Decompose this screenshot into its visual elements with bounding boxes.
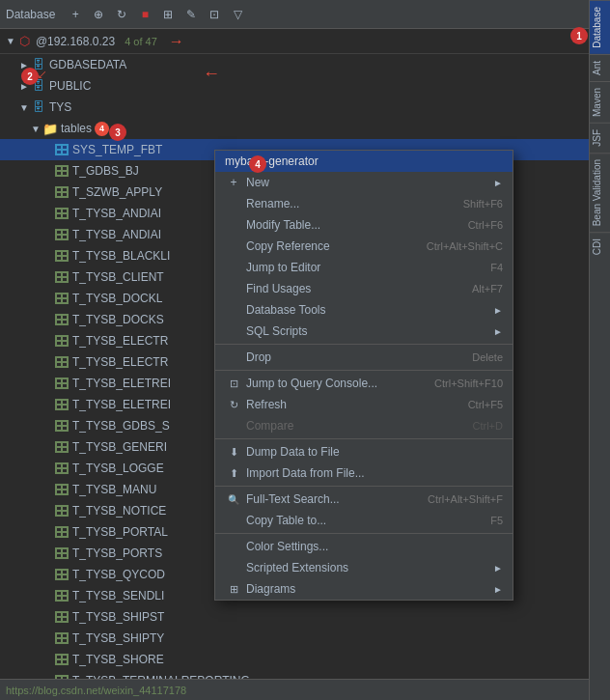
annotation-badge-1: 1	[570, 27, 588, 44]
tree-label: T_TYSB_QYCOD	[72, 568, 165, 581]
menu-item-copy-reference[interactable]: Copy Reference Ctrl+Alt+Shift+C	[215, 236, 513, 257]
tree-label: T_TYSB_SENDLI	[72, 589, 164, 602]
grid-button[interactable]: ⊞	[157, 4, 179, 25]
menu-item-new[interactable]: + New ►	[215, 172, 513, 193]
filter-button[interactable]: ▽	[227, 4, 248, 25]
tree-label: T_TYSB_ELETREI	[72, 377, 171, 390]
sidebar-tab-jsf[interactable]: JSF	[590, 123, 610, 153]
sidebar-tab-cdi[interactable]: CDI	[590, 232, 610, 261]
menu-shortcut-copy-reference: Ctrl+Alt+Shift+C	[427, 240, 503, 252]
tree-item-gdbasedata[interactable]: ► 🗄 GDBASEDATA	[0, 54, 589, 75]
tree-label-tables: tables	[61, 122, 92, 135]
new-icon: +	[225, 176, 242, 189]
menu-item-refresh[interactable]: ↻ Refresh Ctrl+F5	[215, 394, 513, 415]
menu-label-modify-table: Modify Table...	[246, 218, 449, 232]
menu-shortcut-modify-table: Ctrl+F6	[468, 219, 503, 231]
sidebar-tab-ant[interactable]: Ant	[590, 54, 610, 81]
menu-label-rename: Rename...	[246, 197, 444, 210]
menu-shortcut-compare: Ctrl+D	[473, 420, 503, 432]
right-sidebar: Database Ant Maven JSF Bean Validation C…	[589, 0, 610, 700]
menu-item-full-text-search[interactable]: 🔍 Full-Text Search... Ctrl+Alt+Shift+F	[215, 489, 513, 510]
table-icon	[54, 546, 69, 561]
tree-label: T_TYSB_DOCKL	[72, 292, 162, 305]
tree-label: T_GDBS_BJ	[72, 164, 139, 178]
menu-item-copy-table[interactable]: Copy Table to... F5	[215, 510, 513, 531]
tree-label: T_TYSB_GENERI	[72, 440, 167, 454]
menu-label-jump-query-console: Jump to Query Console...	[246, 377, 415, 390]
tree-label: T_TYSB_ANDIAI	[72, 228, 161, 241]
add-button[interactable]: +	[65, 4, 86, 25]
menu-label-color-settings: Color Settings...	[246, 540, 503, 553]
table-icon	[54, 503, 69, 518]
tree-item-tys[interactable]: ▼ 🗄 TYS	[0, 97, 589, 118]
menu-item-diagrams[interactable]: ⊞ Diagrams ►	[215, 578, 513, 600]
submenu-arrow: ►	[493, 178, 503, 188]
menu-item-jump-query-console[interactable]: ⊡ Jump to Query Console... Ctrl+Shift+F1…	[215, 373, 513, 394]
connection-status-icon: ⬡	[19, 34, 30, 48]
menu-shortcut-rename: Shift+F6	[463, 198, 503, 210]
menu-label-refresh: Refresh	[246, 398, 449, 411]
table-icon	[54, 354, 69, 370]
table-icon	[54, 142, 69, 157]
view-button[interactable]: ⊡	[204, 4, 225, 25]
refresh-button[interactable]: ↻	[111, 4, 132, 25]
tree-label: T_TYSB_ANDIAI	[72, 207, 161, 220]
annotation-arrow-right: →	[169, 33, 184, 50]
table-icon	[54, 397, 69, 412]
menu-label-sql-scripts: SQL Scripts	[246, 324, 488, 338]
sidebar-tab-bean-validation[interactable]: Bean Validation	[590, 153, 610, 232]
expand-arrow[interactable]: ▼	[6, 36, 15, 46]
table-icon	[54, 291, 69, 306]
menu-item-scripted-extensions[interactable]: Scripted Extensions ►	[215, 557, 513, 578]
menu-item-rename[interactable]: Rename... Shift+F6	[215, 193, 513, 214]
menu-label-copy-table: Copy Table to...	[246, 514, 471, 527]
tree-label-public: PUBLIC	[49, 79, 91, 93]
menu-item-database-tools[interactable]: Database Tools ►	[215, 299, 513, 321]
edit-button[interactable]: ✎	[180, 4, 202, 25]
menu-item-sql-scripts[interactable]: SQL Scripts ►	[215, 321, 513, 342]
tree-label: T_TYSB_ELETREI	[72, 398, 171, 411]
menu-shortcut-query-console: Ctrl+Shift+F10	[434, 378, 503, 389]
folder-icon: 📁	[42, 121, 58, 136]
menu-item-jump-editor[interactable]: Jump to Editor F4	[215, 257, 513, 278]
connection-row[interactable]: ▼ ⬡ @192.168.0.23 4 of 47 →	[0, 29, 589, 54]
menu-label-jump-editor: Jump to Editor	[246, 261, 471, 274]
menu-separator-2	[215, 370, 513, 371]
tree-label-gdbasedata: GDBASEDATA	[49, 58, 126, 71]
tree-label: T_TYSB_ELECTR	[72, 355, 168, 369]
menu-item-drop[interactable]: Drop Delete	[215, 347, 513, 368]
tree-label: T_TYSB_PORTAL	[72, 525, 168, 539]
table-icon	[54, 248, 69, 264]
tree-item-t-tysb-shipty[interactable]: T_TYSB_SHIPTY	[0, 628, 589, 649]
menu-item-dump-data[interactable]: ⬇ Dump Data to File	[215, 441, 513, 462]
tree-item-t-tysb-shipst[interactable]: T_TYSB_SHIPST	[0, 606, 589, 628]
menu-item-compare[interactable]: Compare Ctrl+D	[215, 415, 513, 436]
stop-button[interactable]: ■	[134, 4, 155, 25]
menu-item-find-usages[interactable]: Find Usages Alt+F7	[215, 278, 513, 299]
import-data-icon: ⬆	[225, 467, 242, 480]
sidebar-tab-database[interactable]: Database	[590, 0, 610, 54]
tree-item-t-tysb-terminalreporting[interactable]: T_TYSB_TERMINALREPORTING	[0, 670, 589, 679]
sidebar-tab-maven[interactable]: Maven	[590, 81, 610, 123]
annotation-badge-4: 4	[249, 155, 266, 173]
menu-separator-3	[215, 438, 513, 439]
diagrams-icon: ⊞	[225, 583, 242, 596]
table-icon	[54, 439, 69, 455]
tree-label: T_TYSB_LOGGE	[72, 462, 164, 475]
menu-label-scripted-extensions: Scripted Extensions	[246, 561, 488, 574]
menu-label-copy-reference: Copy Reference	[246, 239, 407, 253]
add-datasource-button[interactable]: ⊕	[88, 4, 109, 25]
tree-item-t-tysb-shore[interactable]: T_TYSB_SHORE	[0, 649, 589, 670]
tree-item-public[interactable]: ► 🗄 PUBLIC	[0, 75, 589, 97]
table-icon	[54, 588, 69, 603]
menu-label-database-tools: Database Tools	[246, 303, 488, 317]
table-icon	[54, 312, 69, 327]
tree-label: T_TYSB_NOTICE	[72, 504, 166, 518]
menu-label-full-text-search: Full-Text Search...	[246, 492, 408, 506]
status-bar: https://blog.csdn.net/weixin_44117178	[0, 679, 589, 700]
database-icon: 🗄	[31, 99, 46, 115]
tree-item-tables[interactable]: ▼ 📁 tables 4	[0, 118, 589, 139]
menu-item-modify-table[interactable]: Modify Table... Ctrl+F6	[215, 214, 513, 236]
menu-item-color-settings[interactable]: Color Settings...	[215, 536, 513, 557]
menu-item-import-data[interactable]: ⬆ Import Data from File...	[215, 462, 513, 484]
